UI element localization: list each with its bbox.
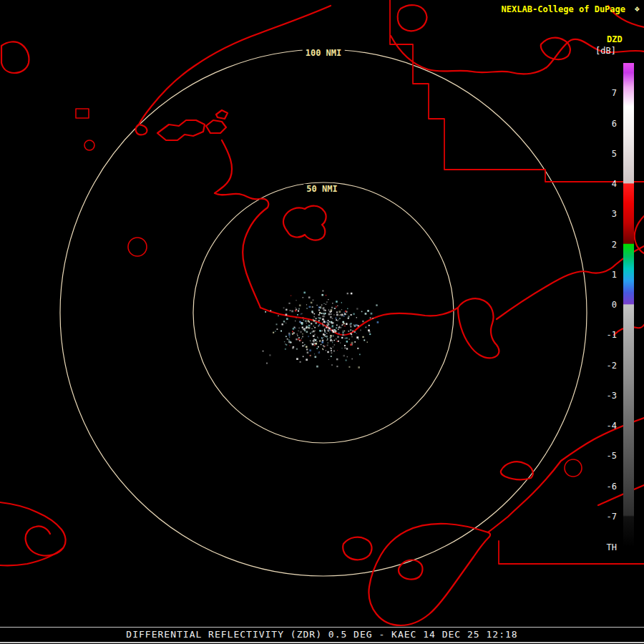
- radar-echo-pixel: [327, 344, 328, 346]
- radar-echo-pixel: [331, 311, 332, 313]
- radar-echo-pixel: [356, 308, 358, 309]
- small-lake-circle-2: [128, 238, 147, 256]
- radar-echo-pixel: [322, 340, 323, 341]
- radar-echo-pixel: [278, 316, 278, 316]
- radar-echo-pixel: [346, 360, 347, 361]
- radar-echo-pixel: [342, 331, 344, 333]
- island-top-left-corner: [1, 42, 29, 73]
- radar-echoes: [263, 291, 379, 369]
- radar-echo-pixel: [292, 331, 293, 333]
- radar-echo-pixel: [311, 302, 313, 304]
- radar-echo-pixel: [318, 321, 320, 322]
- radar-echo-pixel: [311, 311, 313, 312]
- radar-echo-pixel: [300, 361, 301, 363]
- radar-echo-pixel: [369, 333, 371, 335]
- radar-echo-pixel: [296, 318, 297, 318]
- radar-echo-pixel: [270, 310, 271, 311]
- radar-echo-pixel: [336, 318, 337, 319]
- island-bottom-right: [501, 462, 533, 479]
- radar-echo-pixel: [344, 336, 345, 336]
- radar-echo-pixel: [311, 331, 313, 333]
- radar-echo-pixel: [367, 342, 368, 343]
- radar-echo-pixel: [336, 327, 337, 328]
- radar-echo-pixel: [298, 331, 298, 331]
- radar-echo-pixel: [357, 348, 358, 349]
- radar-echo-pixel: [338, 311, 341, 313]
- radar-echo-pixel: [364, 340, 365, 341]
- radar-echo-pixel: [331, 356, 332, 357]
- radar-echo-pixel: [303, 328, 305, 331]
- radar-echo-pixel: [339, 318, 341, 319]
- radar-echo-pixel: [300, 321, 301, 323]
- radar-echo-pixel: [315, 339, 317, 341]
- radar-echo-pixel: [358, 366, 360, 369]
- colorbar-tick-label: -3: [597, 391, 617, 401]
- radar-echo-pixel: [299, 340, 301, 341]
- radar-echo-pixel: [302, 333, 303, 335]
- radar-echo-pixel: [284, 341, 285, 342]
- radar-echo-pixel: [303, 320, 305, 321]
- radar-echo-pixel: [332, 318, 333, 319]
- radar-echo-pixel: [313, 331, 315, 333]
- radar-echo-pixel: [296, 358, 298, 360]
- radar-echo-pixel: [336, 306, 337, 308]
- radar-echo-pixel: [331, 350, 332, 351]
- radar-echo-pixel: [350, 333, 352, 335]
- radar-echo-pixel: [331, 309, 333, 311]
- radar-echo-pixel: [348, 318, 349, 319]
- colorbar-tick-label: -1: [597, 330, 617, 340]
- radar-echo-pixel: [326, 301, 328, 303]
- radar-echo-pixel: [288, 334, 291, 336]
- radar-echo-pixel: [336, 311, 338, 313]
- radar-echo-pixel: [329, 329, 331, 331]
- radar-echo-pixel: [307, 326, 308, 328]
- radar-echo-pixel: [313, 326, 314, 326]
- radar-echo-pixel: [354, 341, 356, 343]
- radar-echo-pixel: [334, 329, 336, 331]
- radar-echo-pixel: [350, 323, 351, 324]
- radar-echo-pixel: [328, 328, 330, 329]
- radar-echo-pixel: [314, 313, 316, 315]
- radar-echo-pixel: [308, 327, 309, 328]
- colorbar-gradient: [623, 63, 634, 547]
- radar-echo-pixel: [319, 317, 321, 319]
- radar-echo-pixel: [326, 304, 326, 305]
- radar-echo-pixel: [338, 327, 340, 328]
- radar-echo-pixel: [288, 303, 290, 304]
- radar-echo-pixel: [331, 313, 332, 315]
- radar-echo-pixel: [327, 338, 328, 340]
- radar-echo-pixel: [319, 324, 321, 326]
- radar-echo-pixel: [313, 316, 315, 318]
- radar-echo-pixel: [368, 329, 370, 331]
- radar-echo-pixel: [336, 366, 338, 367]
- radar-echo-pixel: [360, 330, 361, 331]
- radar-echo-pixel: [340, 327, 341, 328]
- radar-echo-pixel: [316, 348, 318, 349]
- radar-echo-pixel: [326, 336, 328, 338]
- radar-echo-pixel: [344, 347, 346, 348]
- radar-echo-pixel: [332, 330, 334, 332]
- radar-echo-pixel: [286, 313, 288, 316]
- coastline-bottom-right: [488, 418, 644, 532]
- island-inner-ring: [283, 206, 326, 240]
- radar-echo-pixel: [309, 322, 310, 323]
- radar-echo-pixel: [324, 331, 326, 333]
- colorbar-tick-label: 6: [597, 119, 617, 129]
- radar-echo-pixel: [302, 327, 303, 328]
- radar-echo-pixel: [286, 336, 287, 337]
- radar-echo-pixel: [331, 364, 333, 366]
- radar-echo-pixel: [334, 340, 336, 341]
- radar-echo-pixel: [344, 313, 346, 315]
- radar-echo-pixel: [337, 306, 338, 306]
- radar-echo-pixel: [332, 303, 333, 303]
- radar-echo-pixel: [333, 314, 334, 315]
- radar-echo-pixel: [336, 314, 338, 316]
- radar-echo-pixel: [316, 366, 318, 368]
- radar-echo-pixel: [295, 321, 296, 321]
- radar-echo-pixel: [321, 294, 323, 296]
- coastline-central: [260, 308, 458, 335]
- radar-echo-pixel: [342, 334, 344, 336]
- radar-echo-pixel: [303, 297, 303, 298]
- radar-echo-pixel: [319, 312, 321, 313]
- lagoon-loop: [458, 298, 499, 358]
